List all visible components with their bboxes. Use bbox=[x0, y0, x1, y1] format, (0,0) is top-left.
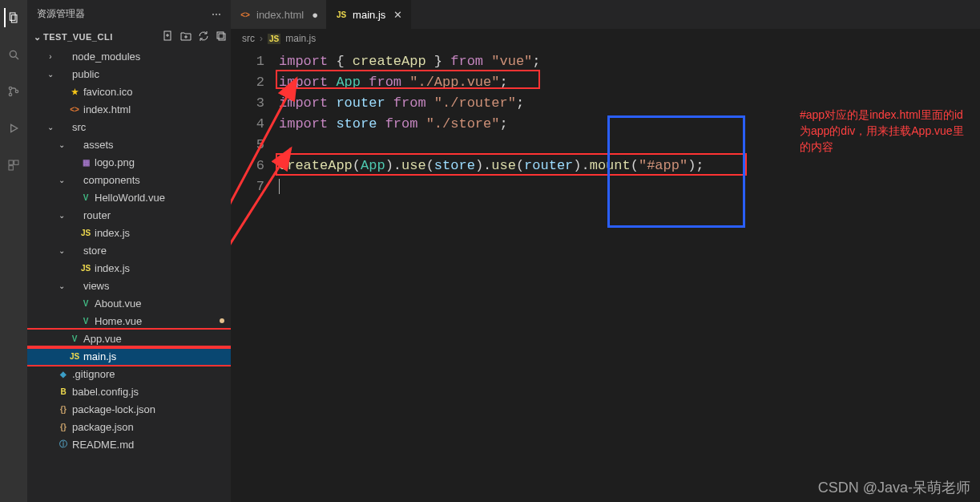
chevron-right-icon: › bbox=[260, 33, 263, 44]
new-file-icon[interactable] bbox=[162, 30, 175, 44]
line-number: 4 bbox=[231, 114, 264, 135]
chevron-icon: ⌄ bbox=[56, 140, 67, 149]
chevron-icon: ⌄ bbox=[45, 70, 56, 79]
file-item[interactable]: JSindex.js bbox=[27, 224, 231, 241]
tab-label: main.js bbox=[353, 9, 385, 21]
line-number: 6 bbox=[231, 156, 264, 176]
tree-item-label: .gitignore bbox=[72, 368, 115, 380]
svg-marker-7 bbox=[11, 124, 18, 132]
file-item[interactable]: Bbabel.config.js bbox=[27, 383, 231, 400]
json-icon: {} bbox=[56, 405, 71, 414]
tree-item-label: assets bbox=[83, 139, 114, 151]
file-item[interactable]: VApp.vue bbox=[27, 330, 231, 347]
vue-icon: V bbox=[79, 317, 93, 326]
json-icon: {} bbox=[56, 423, 71, 431]
svg-line-3 bbox=[16, 57, 18, 59]
activity-extensions-icon[interactable] bbox=[4, 156, 23, 175]
chevron-down-icon: ⌄ bbox=[30, 32, 43, 43]
folder-item[interactable]: ⌄components bbox=[27, 171, 231, 188]
new-folder-icon[interactable] bbox=[179, 30, 192, 44]
file-item[interactable]: VAbout.vue bbox=[27, 294, 231, 312]
svg-rect-1 bbox=[11, 15, 17, 22]
chevron-icon: › bbox=[45, 52, 56, 61]
file-item[interactable]: ▦logo.png bbox=[27, 153, 231, 171]
breadcrumb-seg[interactable]: src bbox=[242, 33, 255, 44]
svg-point-5 bbox=[9, 93, 11, 95]
modified-indicator bbox=[220, 318, 224, 323]
svg-rect-0 bbox=[10, 13, 15, 20]
svg-rect-9 bbox=[14, 160, 18, 164]
project-header[interactable]: ⌄ TEST_VUE_CLI bbox=[27, 28, 231, 46]
file-item[interactable]: JSmain.js bbox=[27, 347, 231, 365]
tree-item-label: README.md bbox=[72, 439, 134, 451]
activity-search-icon[interactable] bbox=[4, 45, 23, 64]
activity-explorer-icon[interactable] bbox=[4, 8, 23, 27]
sidebar-more-icon[interactable]: ⋯ bbox=[212, 9, 221, 20]
refresh-icon[interactable] bbox=[197, 30, 210, 44]
folder-item[interactable]: ⌄src bbox=[27, 118, 231, 136]
file-item[interactable]: <>index.html bbox=[27, 100, 231, 118]
file-item[interactable]: {}package-lock.json bbox=[27, 400, 231, 418]
breadcrumb[interactable]: src › JS main.js bbox=[231, 29, 980, 48]
svg-rect-16 bbox=[217, 32, 224, 38]
line-number: 2 bbox=[231, 72, 264, 93]
dirty-indicator[interactable]: ● bbox=[312, 9, 318, 21]
js-icon: JS bbox=[79, 229, 93, 237]
line-number: 5 bbox=[231, 135, 264, 156]
tree-item-label: HelloWorld.vue bbox=[95, 192, 165, 204]
file-item[interactable]: VHome.vue bbox=[27, 312, 231, 330]
tree-item-label: babel.config.js bbox=[72, 386, 139, 398]
chevron-icon: ⌄ bbox=[56, 176, 67, 184]
close-icon[interactable]: ✕ bbox=[393, 9, 402, 21]
html-icon: <> bbox=[67, 105, 82, 114]
tab-index-html[interactable]: <>index.html● bbox=[231, 0, 327, 29]
tree-item-label: App.vue bbox=[83, 333, 122, 345]
chevron-icon: ⌄ bbox=[56, 211, 67, 220]
sidebar-header: 资源管理器 ⋯ bbox=[27, 0, 231, 28]
svg-rect-10 bbox=[9, 166, 13, 170]
file-item[interactable]: ★favicon.ico bbox=[27, 83, 231, 100]
breadcrumb-seg[interactable]: main.js bbox=[285, 33, 316, 44]
activity-run-debug-icon[interactable] bbox=[4, 119, 23, 138]
tree-item-label: components bbox=[83, 174, 140, 186]
file-item[interactable]: ◆.gitignore bbox=[27, 365, 231, 383]
activity-source-control-icon[interactable] bbox=[4, 82, 23, 101]
vue-icon: V bbox=[79, 193, 93, 202]
chevron-icon: ⌄ bbox=[56, 246, 67, 255]
info-icon: ⓘ bbox=[56, 439, 71, 450]
folder-item[interactable]: ⌄assets bbox=[27, 136, 231, 153]
tab-main-js[interactable]: JSmain.js✕ bbox=[327, 0, 411, 29]
svg-rect-8 bbox=[9, 160, 13, 164]
html-icon: <> bbox=[239, 10, 252, 19]
tree-item-label: views bbox=[83, 280, 110, 292]
js-icon: JS bbox=[67, 352, 82, 361]
tree-item-label: public bbox=[72, 68, 99, 80]
vue-icon: V bbox=[67, 334, 82, 343]
folder-item[interactable]: ›node_modules bbox=[27, 47, 231, 65]
tree-item-label: About.vue bbox=[95, 298, 142, 310]
file-item[interactable]: VHelloWorld.vue bbox=[27, 188, 231, 206]
folder-item[interactable]: ⌄router bbox=[27, 206, 231, 224]
file-item[interactable]: {}package.json bbox=[27, 418, 231, 435]
folder-item[interactable]: ⌄public bbox=[27, 65, 231, 83]
svg-point-2 bbox=[10, 51, 16, 57]
collapse-all-icon[interactable] bbox=[215, 30, 228, 44]
file-item[interactable]: ⓘREADME.md bbox=[27, 435, 231, 453]
js-icon: JS bbox=[268, 34, 280, 44]
svg-point-6 bbox=[15, 90, 18, 92]
annotation-text: #app对应的是index.html里面的id为app的div，用来挂载App.… bbox=[800, 107, 968, 155]
editor-area: <>index.html●JSmain.js✕ src › JS main.js… bbox=[231, 0, 980, 502]
file-item[interactable]: JSindex.js bbox=[27, 259, 231, 277]
tree-item-label: index.html bbox=[83, 103, 131, 115]
explorer-sidebar: 资源管理器 ⋯ ⌄ TEST_VUE_CLI ›node_modules⌄pub… bbox=[27, 0, 231, 502]
tree-item-label: store bbox=[83, 245, 107, 257]
js-icon: JS bbox=[335, 10, 348, 19]
folder-item[interactable]: ⌄views bbox=[27, 277, 231, 294]
git-icon: ◆ bbox=[56, 370, 71, 379]
watermark: CSDN @Java-呆萌老师 bbox=[818, 478, 970, 497]
js-icon: JS bbox=[79, 264, 93, 273]
image-icon: ▦ bbox=[79, 158, 93, 167]
tree-item-label: Home.vue bbox=[95, 315, 142, 327]
folder-item[interactable]: ⌄store bbox=[27, 241, 231, 259]
babel-icon: B bbox=[56, 387, 71, 396]
